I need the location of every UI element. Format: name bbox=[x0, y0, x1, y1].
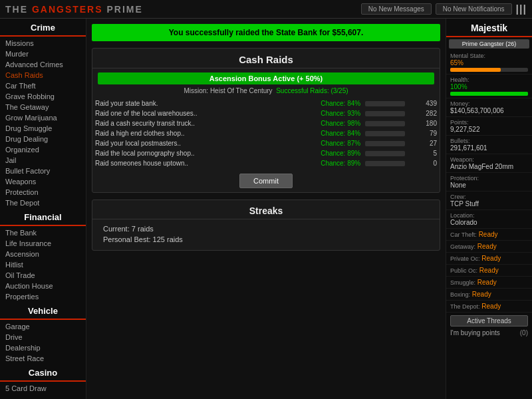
mental-state-label: Mental State: bbox=[450, 53, 528, 59]
mental-state-bar-fill bbox=[450, 68, 501, 72]
raid-chance: Chance: 87% bbox=[264, 138, 408, 148]
sidebar-item-jail[interactable]: Jail bbox=[0, 155, 86, 166]
raid-count: 439 bbox=[408, 98, 440, 108]
personal-best: Personal Best: 125 raids bbox=[92, 234, 440, 245]
topbar: THE GANGSTERS PRIME No New Messages No N… bbox=[0, 0, 532, 19]
vehicle-section-title: Vehicle bbox=[0, 302, 86, 320]
current-streaks: Current: 7 raids bbox=[92, 223, 440, 234]
sidebar-item-drug-smuggle[interactable]: Drug Smuggle bbox=[0, 123, 86, 134]
mental-state-block: Mental State: 65% bbox=[446, 51, 532, 74]
sidebar-item-drug-dealing[interactable]: Drug Dealing bbox=[0, 134, 86, 144]
sidebar-item-garage[interactable]: Garage bbox=[0, 321, 86, 332]
mission-label: Mission: Heist Of The Century Successful… bbox=[92, 87, 440, 94]
mission-successful: Successful Raids: (3/25) bbox=[276, 87, 348, 94]
sidebar-item-weapons[interactable]: Weapons bbox=[0, 176, 86, 187]
bullets-value: 291,671,601 bbox=[450, 144, 528, 152]
no-messages-button[interactable]: No New Messages bbox=[361, 3, 432, 15]
table-row[interactable]: Raid your local postmasters..Chance: 87%… bbox=[92, 138, 440, 148]
chance-label: Chance: 84% bbox=[321, 130, 360, 137]
getaway-value: Ready bbox=[477, 243, 497, 250]
main-content: You successfully raided the State Bank f… bbox=[86, 19, 446, 399]
raid-chance: Chance: 89% bbox=[264, 158, 408, 168]
table-row[interactable]: Raid someones house uptown..Chance: 89% … bbox=[92, 158, 440, 168]
protection-value: None bbox=[450, 182, 528, 189]
raid-chance: Chance: 98% bbox=[264, 118, 408, 128]
commit-button[interactable]: Commit bbox=[239, 174, 293, 188]
table-row[interactable]: Raid a high end clothes shop..Chance: 84… bbox=[92, 128, 440, 138]
sidebar-item-properties[interactable]: Properties bbox=[0, 291, 86, 302]
private-oc-label: Private Oc: bbox=[450, 255, 480, 262]
sidebar-item-the-getaway[interactable]: The Getaway bbox=[0, 102, 86, 112]
sidebar-item-5-card-draw[interactable]: 5 Card Draw bbox=[0, 383, 86, 394]
location-block: Location: Colorado bbox=[446, 210, 532, 229]
car-theft-label: Car Theft: bbox=[450, 231, 477, 238]
sidebar-item-organized[interactable]: Organized bbox=[0, 144, 86, 155]
table-row[interactable]: Raid one of the local warehouses..Chance… bbox=[92, 108, 440, 118]
streaks-title: Streaks bbox=[92, 200, 440, 219]
raid-count: 180 bbox=[408, 118, 440, 128]
sidebar-item-life-insurance[interactable]: Life Insurance bbox=[0, 238, 86, 249]
health-label: Health: bbox=[450, 76, 528, 83]
sidebar-item-protection[interactable]: Protection bbox=[0, 187, 86, 198]
raid-count: 27 bbox=[408, 138, 440, 148]
sidebar-item-bullet-factory[interactable]: Bullet Factory bbox=[0, 166, 86, 176]
boxing-label: Boxing: bbox=[450, 291, 470, 298]
sidebar-item-grave-robbing[interactable]: Grave Robbing bbox=[0, 91, 86, 102]
sidebar-item-auction-house[interactable]: Auction House bbox=[0, 281, 86, 291]
sidebar-item-oil-trade[interactable]: Oil Trade bbox=[0, 270, 86, 281]
right-sidebar: Majestik Prime Gangster (26) Mental Stat… bbox=[446, 19, 532, 399]
bullets-block: Bullets: 291,671,601 bbox=[446, 136, 532, 154]
raid-chance: Chance: 84% bbox=[264, 128, 408, 138]
smuggle-label: Smuggle: bbox=[450, 279, 475, 286]
sidebar-item-hitlist[interactable]: Hitlist bbox=[0, 259, 86, 270]
money-block: Money: $140,563,700,006 bbox=[446, 98, 532, 117]
chance-bar-wrap bbox=[365, 131, 405, 136]
mental-state-bar bbox=[450, 68, 528, 72]
active-threads-button[interactable]: Active Threads bbox=[450, 315, 528, 327]
streaks-panel: Streaks Current: 7 raids Personal Best: … bbox=[92, 200, 440, 251]
table-row[interactable]: Raid the local pornography shop..Chance:… bbox=[92, 148, 440, 158]
location-label: Location: bbox=[450, 212, 528, 219]
no-notifications-button[interactable]: No New Notifications bbox=[436, 3, 512, 15]
raid-chance: Chance: 89% bbox=[264, 148, 408, 158]
sidebar-item-missions[interactable]: Missions bbox=[0, 38, 86, 49]
sidebar-item-the-bank[interactable]: The Bank bbox=[0, 227, 86, 238]
location-value: Colorado bbox=[450, 219, 528, 226]
raid-desc: Raid a high end clothes shop.. bbox=[92, 128, 264, 138]
protection-block: Protection: None bbox=[446, 173, 532, 192]
depot-value: Ready bbox=[481, 303, 501, 310]
sidebar-item-advanced-crimes[interactable]: Advanced Crimes bbox=[0, 59, 86, 70]
gangster-level-bar: Prime Gangster (26) bbox=[449, 39, 529, 49]
sidebar-item-street-race[interactable]: Street Race bbox=[0, 353, 86, 364]
health-value: 100% bbox=[450, 83, 528, 90]
cash-raids-title: Cash Raids bbox=[92, 49, 440, 68]
table-row[interactable]: Raid your state bank.Chance: 84% 439 bbox=[92, 98, 440, 108]
main-layout: Crime Missions Murder Advanced Crimes Ca… bbox=[0, 19, 532, 399]
sidebar-item-grow-marijuana[interactable]: Grow Marijuana bbox=[0, 112, 86, 123]
raid-desc: Raid your state bank. bbox=[92, 98, 264, 108]
public-oc-block: Public Oc: Ready bbox=[446, 265, 532, 277]
public-oc-label: Public Oc: bbox=[450, 267, 477, 274]
sidebar-item-ascension[interactable]: Ascension bbox=[0, 249, 86, 259]
chance-bar-wrap bbox=[365, 101, 405, 106]
health-bar-fill bbox=[450, 92, 528, 96]
topbar-menu-icon[interactable]: ||| bbox=[516, 3, 527, 15]
car-theft-block: Car Theft: Ready bbox=[446, 229, 532, 241]
health-block: Health: 100% bbox=[446, 74, 532, 98]
table-row[interactable]: Raid a cash security transit truck..Chan… bbox=[92, 118, 440, 128]
smuggle-value: Ready bbox=[477, 279, 497, 286]
weapon-block: Weapon: Anzio MagFed 20mm bbox=[446, 154, 532, 173]
boxing-block: Boxing: Ready bbox=[446, 289, 532, 301]
logo: THE GANGSTERS PRIME bbox=[5, 4, 143, 15]
boxing-value: Ready bbox=[472, 291, 491, 298]
sidebar-item-the-depot[interactable]: The Depot bbox=[0, 198, 86, 208]
chance-label: Chance: 98% bbox=[321, 120, 360, 127]
sidebar-item-murder[interactable]: Murder bbox=[0, 49, 86, 59]
raid-count: 79 bbox=[408, 128, 440, 138]
sidebar-item-drive[interactable]: Drive bbox=[0, 332, 86, 342]
left-sidebar: Crime Missions Murder Advanced Crimes Ca… bbox=[0, 19, 86, 399]
sidebar-item-dealership[interactable]: Dealership bbox=[0, 342, 86, 353]
bullets-label: Bullets: bbox=[450, 138, 528, 144]
sidebar-item-cash-raids[interactable]: Cash Raids bbox=[0, 70, 86, 80]
sidebar-item-car-theft[interactable]: Car Theft bbox=[0, 80, 86, 91]
